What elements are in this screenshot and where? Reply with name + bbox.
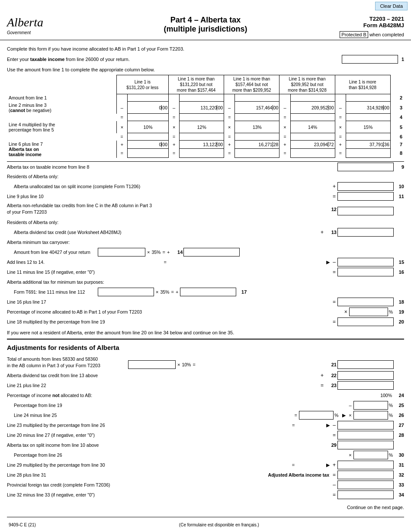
line1-value[interactable] [342, 55, 398, 63]
line21-input2[interactable] [337, 360, 394, 369]
line21-op2: = [191, 362, 197, 367]
line14-row: Amount from line 40427 of your return × … [7, 247, 404, 257]
row6-col5[interactable] [346, 133, 390, 141]
row8-col3[interactable] [235, 149, 279, 158]
line20-input[interactable] [337, 317, 394, 326]
row5-label: Line 4 multiplied by thepercentage from … [7, 121, 116, 133]
line29-linenum-inline: 29 [325, 442, 337, 448]
row2-col4-input[interactable] [292, 95, 333, 100]
row2-col4[interactable] [290, 94, 335, 102]
line24-label: Percentage of income not allocated to AB… [7, 393, 380, 398]
header: Alberta Government Part 4 – Alberta tax(… [0, 12, 411, 40]
row6-col2[interactable] [180, 133, 224, 141]
line26-op: = [295, 413, 299, 418]
line26-label: Line 24 minus line 25 [7, 413, 295, 418]
line23-input[interactable] [337, 381, 394, 390]
line22-input[interactable] [337, 371, 394, 380]
table-row-line3b: = = = = = 4 [7, 114, 404, 121]
adjustments-heading: Adjustments for residents of Alberta [7, 344, 404, 351]
line32-label2: Adjusted Alberta income tax [268, 472, 333, 478]
row8-col1[interactable] [128, 149, 169, 158]
row3-col2[interactable]: 131,22000 [180, 102, 224, 114]
line16-input[interactable] [337, 268, 394, 276]
line32-op: = [333, 472, 337, 478]
line15-input[interactable] [337, 258, 394, 266]
row5-op2: × [168, 121, 179, 133]
row2-col3-input[interactable] [237, 95, 277, 100]
line30-input[interactable] [353, 451, 388, 459]
row2-col5[interactable] [346, 94, 390, 102]
line27-input[interactable] [337, 421, 394, 429]
row8-col2[interactable] [180, 149, 224, 158]
line26-arrow: ► [339, 412, 349, 419]
line13-input[interactable] [337, 228, 394, 237]
line32-input[interactable] [337, 471, 394, 479]
row5-op3: × [224, 121, 235, 133]
row2-col5-input[interactable] [348, 95, 389, 100]
line33-input[interactable] [337, 481, 394, 489]
row8-linenum: 8 [390, 149, 404, 158]
line9-input[interactable] [337, 163, 394, 171]
row3b-col3[interactable] [235, 114, 279, 121]
row3b-col2[interactable] [180, 114, 224, 121]
clear-data-button[interactable]: Clear Data [375, 2, 408, 10]
page-title: Part 4 – Alberta tax(multiple jurisdicti… [76, 16, 335, 34]
row6-col3[interactable] [235, 133, 279, 141]
line34-linenum: 34 [394, 492, 404, 497]
row3-col1[interactable]: 000 [128, 102, 169, 114]
line10-input[interactable] [337, 182, 394, 191]
row8-col5[interactable] [346, 149, 390, 158]
line29-input[interactable] [337, 441, 394, 449]
row3-col5[interactable]: 314,92800 [346, 102, 390, 114]
line26-input[interactable] [299, 411, 334, 420]
line23-linenum-inline: 23 [325, 383, 337, 388]
line25-label: Percentage from line 19 [7, 403, 349, 408]
line17-op1: × [154, 289, 160, 295]
line28-label: Line 20 minus line 27 (if negative, ente… [7, 433, 333, 438]
line30-linenum: 30 [394, 452, 404, 458]
row2-col3[interactable] [235, 94, 279, 102]
row3-col4[interactable]: 209,95200 [290, 102, 335, 114]
line19-linenum: 19 [394, 309, 404, 314]
line10-linenum: 10 [394, 184, 404, 189]
line28-op: = [333, 432, 337, 438]
row6-col4[interactable] [290, 133, 335, 141]
line21-input1[interactable] [128, 360, 176, 369]
row2-col1[interactable] [128, 94, 169, 102]
row2-col1-input[interactable] [129, 95, 167, 100]
line12-input[interactable] [337, 207, 394, 215]
line14-input2[interactable] [183, 248, 240, 256]
line26-input2[interactable] [353, 411, 388, 420]
row3-col3[interactable]: 157,46400 [235, 102, 279, 114]
line25-input[interactable] [353, 401, 388, 410]
line28-input[interactable] [337, 431, 394, 439]
line19-input[interactable] [349, 308, 388, 316]
line24-row: Percentage of income not allocated to AB… [7, 391, 404, 400]
row3b-col1[interactable] [128, 114, 169, 121]
row6-col1[interactable] [128, 133, 169, 141]
row3b-col4[interactable] [290, 114, 335, 121]
row8-col4[interactable] [290, 149, 335, 158]
line1-linenum: 1 [401, 57, 404, 62]
line15-linenum: 15 [394, 260, 404, 265]
line18-input[interactable] [337, 298, 394, 306]
intro-text: Complete this form if you have income al… [7, 46, 404, 51]
row2-col2[interactable] [180, 94, 224, 102]
line34-label: Line 32 minus line 33 (if negative, ente… [7, 492, 333, 497]
line31-input[interactable] [337, 461, 394, 469]
line11-input[interactable] [337, 192, 394, 201]
line14-op1: × [145, 250, 151, 255]
line20-op: = [333, 319, 337, 325]
row2-col2-input[interactable] [181, 95, 222, 100]
line34-input[interactable] [337, 490, 394, 499]
line14-op3: + [167, 250, 171, 255]
line17-input2[interactable] [180, 288, 236, 296]
line14-input1[interactable] [98, 248, 145, 256]
line1-input[interactable] [342, 55, 398, 64]
row3b-col5[interactable] [346, 114, 390, 121]
row3-op2: – [168, 102, 179, 114]
title-area: Part 4 – Alberta tax(multiple jurisdicti… [76, 16, 335, 34]
line23-op: = [321, 382, 325, 388]
line14-header-row: Alberta minimum tax carryover: [7, 237, 404, 247]
line17-input1[interactable] [98, 288, 154, 296]
